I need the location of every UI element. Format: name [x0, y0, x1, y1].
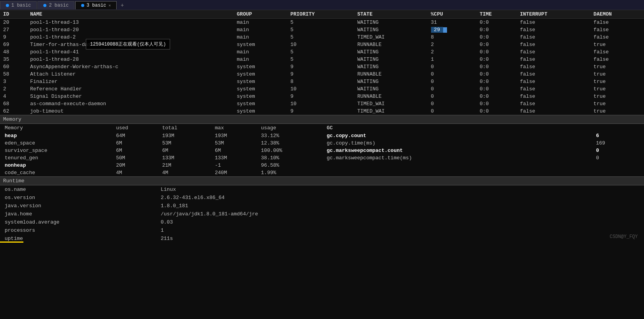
cell-time: 0:0 [477, 33, 517, 41]
runtime-value: 211s [156, 234, 644, 243]
tab-2-basic[interactable]: 2 basic [37, 1, 74, 9]
cell-time: 0:0 [477, 93, 517, 100]
mem-usage: 33.12% [256, 132, 322, 139]
gc-row: gc.copy.time(ms) 169 [322, 139, 644, 147]
cell-name: Signal Dispatcher [27, 93, 234, 100]
runtime-row: os.name Linux [0, 185, 644, 194]
cell-state: TIMED_WAI [354, 108, 428, 115]
cell-state: WAITING [354, 48, 428, 56]
cell-interrupt: false [517, 100, 591, 108]
cell-group: system [234, 108, 287, 115]
cell-daemon: true [591, 63, 644, 70]
cell-daemon: true [591, 78, 644, 85]
cell-priority: 9 [287, 63, 354, 70]
runtime-row: uptime 211s [0, 234, 644, 243]
mem-total: 4M [158, 169, 210, 176]
gc-name: gc.marksweepcompact.count [322, 147, 591, 154]
tabs-bar: 1 basic 2 basic 3 basic ✕ + [0, 0, 644, 10]
mem-col-total: total [158, 124, 210, 132]
memory-row: survivor_space 6M 6M 6M 100.00% [0, 147, 322, 154]
gc-value: 0 [591, 147, 644, 154]
runtime-value: Linux [156, 185, 644, 194]
cell-group: system [234, 100, 287, 108]
table-row: 68 as-command-execute-daemon system 10 T… [0, 100, 644, 108]
runtime-key: java.home [0, 210, 156, 218]
cell-state: WAITING [354, 85, 428, 93]
mem-name: eden_space [0, 139, 111, 147]
table-row: 48 pool-1-thread-41 main 5 WAITING 2 0:0… [0, 48, 644, 56]
gc-value: 0 [591, 154, 644, 162]
runtime-row: systemload.average 0.03 [0, 218, 644, 226]
tab-3-label: 3 basic [87, 3, 106, 8]
table-row: 62 job-timeout system 9 TIMED_WAI 0 0:0 … [0, 108, 644, 115]
cell-name: pool-1-thread-28 [27, 56, 234, 63]
table-row: 27 pool-1-thread-20 main 5 WAITING 29 0:… [0, 26, 644, 33]
mem-name: tenured_gen [0, 154, 111, 162]
table-row: 3 Finalizer system 8 WAITING 0 0:0 false… [0, 78, 644, 85]
close-icon[interactable]: ✕ [108, 3, 111, 8]
cell-name: job-timeout [27, 108, 234, 115]
runtime-value: 2.6.32-431.el6.x86_64 [156, 194, 644, 202]
runtime-key: processors [0, 226, 156, 234]
cell-cpu: 1 [428, 56, 477, 63]
cell-interrupt: false [517, 70, 591, 78]
cell-daemon: true [591, 70, 644, 78]
memory-row: nonheap 20M 21M -1 96.58% [0, 162, 322, 169]
memory-row: eden_space 6M 53M 53M 12.38% [0, 139, 322, 147]
col-id: ID [0, 10, 27, 19]
runtime-section-header: Runtime [0, 176, 644, 185]
cell-name: as-command-execute-daemon [27, 100, 234, 108]
cell-name: Finalizer [27, 78, 234, 85]
mem-used: 50M [111, 154, 157, 162]
mem-total: 21M [158, 162, 210, 169]
cell-daemon: true [591, 41, 644, 48]
runtime-key: os.version [0, 194, 156, 202]
mem-max: 6M [210, 147, 256, 154]
cell-priority: 9 [287, 108, 354, 115]
cell-daemon: true [591, 108, 644, 115]
runtime-key: os.name [0, 185, 156, 194]
cell-id: 60 [0, 63, 27, 70]
runtime-key: java.version [0, 202, 156, 210]
mem-usage: 1.99% [256, 169, 322, 176]
cell-interrupt: false [517, 78, 591, 85]
cell-group: main [234, 33, 287, 41]
cell-group: main [234, 19, 287, 26]
cell-time: 0:0 [477, 56, 517, 63]
cell-id: 3 [0, 78, 27, 85]
cell-group: main [234, 56, 287, 63]
mem-used: 6M [111, 147, 157, 154]
tab-3-basic[interactable]: 3 basic ✕ [75, 1, 117, 9]
cell-group: system [234, 41, 287, 48]
cell-name: Reference Handler [27, 85, 234, 93]
tab-1-basic[interactable]: 1 basic [0, 1, 37, 9]
mem-max: 53M [210, 139, 256, 147]
gc-name: gc.copy.time(ms) [322, 139, 591, 147]
cell-priority: 5 [287, 48, 354, 56]
cell-time: 0:0 [477, 85, 517, 93]
mem-used: 20M [111, 162, 157, 169]
cell-daemon: false [591, 33, 644, 41]
cell-cpu: 0 [428, 63, 477, 70]
table-row: 2 Reference Handler system 10 WAITING 0 … [0, 85, 644, 93]
cell-cpu: 0 [428, 78, 477, 85]
mem-name: nonheap [0, 162, 111, 169]
cell-time: 0:0 [477, 78, 517, 85]
gc-value: 169 [591, 139, 644, 147]
cell-state: WAITING [354, 63, 428, 70]
tab-add-button[interactable]: + [117, 1, 127, 10]
mem-max: 193M [210, 132, 256, 139]
cell-group: system [234, 63, 287, 70]
runtime-key: uptime [0, 234, 156, 243]
gc-row: gc.marksweepcompact.count 0 [322, 147, 644, 154]
cell-name: pool-1-thread-13 [27, 19, 234, 26]
cell-state: TIMED_WAI [354, 100, 428, 108]
mem-name: survivor_space [0, 147, 111, 154]
cell-interrupt: false [517, 41, 591, 48]
cell-priority: 9 [287, 93, 354, 100]
runtime-value: /usr/java/jdk1.8.0_181-amd64/jre [156, 210, 644, 218]
cell-interrupt: false [517, 19, 591, 26]
cell-priority: 9 [287, 70, 354, 78]
cell-cpu: 8 [428, 33, 477, 41]
cell-id: 62 [0, 108, 27, 115]
